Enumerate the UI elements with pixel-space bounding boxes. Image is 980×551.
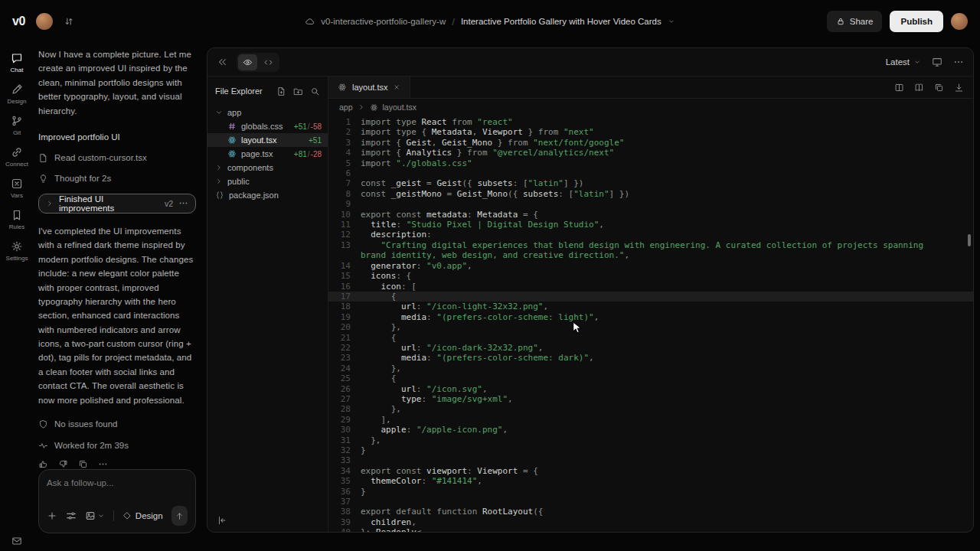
publish-button[interactable]: Publish xyxy=(890,11,943,32)
code-line-12[interactable]: 12 description: xyxy=(328,230,973,240)
code-line-13[interactable]: 13 "Crafting digital experiences that bl… xyxy=(328,240,973,261)
file-layout.tsx[interactable]: layout.tsx+51 xyxy=(207,133,328,147)
composer-settings-button[interactable] xyxy=(66,510,77,521)
code-line-4[interactable]: 4import { Analytics } from "@vercel/anal… xyxy=(328,148,973,158)
code-line-3[interactable]: 3import { Geist, Geist_Mono } from "next… xyxy=(328,138,973,148)
account-avatar[interactable] xyxy=(951,13,968,30)
rail-item-chat[interactable]: Chat xyxy=(0,51,34,75)
code-line-15[interactable]: 15 icons: { xyxy=(328,271,973,281)
code-line-14[interactable]: 14 generator: "v0.app", xyxy=(328,261,973,271)
code-area[interactable]: 1import type React from "react"2import t… xyxy=(328,116,973,532)
breadcrumb-file[interactable]: layout.tsx xyxy=(383,103,416,112)
issues-status[interactable]: No issues found xyxy=(38,413,196,435)
code-line-22[interactable]: 22 url: "/icon-dark-32x32.png", xyxy=(328,343,973,353)
code-line-26[interactable]: 26 url: "/icon.svg", xyxy=(328,384,973,394)
code-line-29[interactable]: 29 ], xyxy=(328,415,973,425)
search-files-button[interactable] xyxy=(310,86,320,96)
close-tab-button[interactable] xyxy=(393,83,400,91)
code-line-37[interactable]: 37 xyxy=(328,497,973,507)
code-line-16[interactable]: 16 icon: [ xyxy=(328,282,973,292)
ellipsis-icon[interactable] xyxy=(98,459,108,469)
code-line-7[interactable]: 7const _geist = Geist({ subsets: ["latin… xyxy=(328,178,973,188)
preview-toggle-button[interactable] xyxy=(238,54,257,70)
rail-item-connect[interactable]: Connect xyxy=(0,145,34,169)
code-line-32[interactable]: 32} xyxy=(328,445,973,455)
code-line-34[interactable]: 34export const viewport: Viewport = { xyxy=(328,466,973,476)
feedback-mail-button[interactable] xyxy=(11,536,22,546)
download-icon[interactable] xyxy=(954,83,964,93)
worked-status[interactable]: Worked for 2m 39s xyxy=(38,435,196,456)
code-line-19[interactable]: 19 media: "(prefers-color-scheme: light)… xyxy=(328,312,973,322)
folder-components[interactable]: components xyxy=(207,161,328,174)
rail-item-design[interactable]: Design xyxy=(0,82,34,106)
columns-icon[interactable] xyxy=(894,83,904,93)
code-line-23[interactable]: 23 media: "(prefers-color-scheme: dark)"… xyxy=(328,353,973,363)
code-line-11[interactable]: 11 title: "Studio Pixel | Digital Design… xyxy=(328,220,973,230)
code-line-40[interactable]: 40}: Readonly< xyxy=(328,527,973,532)
chat-step[interactable]: Thought for 2s xyxy=(38,168,196,189)
thumbs-up-icon[interactable] xyxy=(38,459,48,469)
task-menu-button[interactable] xyxy=(178,198,188,208)
code-line-30[interactable]: 30 apple: "/apple-icon.png", xyxy=(328,425,973,435)
code-line-1[interactable]: 1import type React from "react" xyxy=(328,117,973,127)
file-package.json[interactable]: package.json xyxy=(207,188,328,202)
code-line-6[interactable]: 6 xyxy=(328,168,973,178)
code-line-36[interactable]: 36} xyxy=(328,487,973,497)
share-button[interactable]: Share xyxy=(827,11,883,32)
rail-item-settings[interactable]: Settings xyxy=(0,239,34,263)
chat-step[interactable]: Read custom-cursor.tsx xyxy=(38,148,196,168)
breadcrumb-chat-title[interactable]: Interactive Portfolio Gallery with Hover… xyxy=(461,17,662,26)
chat-step[interactable]: Improved portfolio UI xyxy=(38,127,196,148)
follow-up-input[interactable]: Ask a follow-up... xyxy=(47,478,188,487)
version-selector[interactable]: Latest xyxy=(886,57,921,67)
code-line-28[interactable]: 28 }, xyxy=(328,404,973,414)
file-page.tsx[interactable]: page.tsx+81/-28 xyxy=(207,147,328,161)
code-line-35[interactable]: 35 themeColor: "#141414", xyxy=(328,476,973,486)
folder-public[interactable]: public xyxy=(207,174,328,188)
code-line-39[interactable]: 39 children, xyxy=(328,517,973,527)
code-line-33[interactable]: 33 xyxy=(328,455,973,465)
code-line-25[interactable]: 25 { xyxy=(328,373,973,383)
device-preview-button[interactable] xyxy=(932,57,942,67)
send-button[interactable] xyxy=(172,506,188,526)
copy-icon[interactable] xyxy=(78,459,88,469)
v0-logo[interactable]: v0 xyxy=(12,15,25,28)
breadcrumb-folder[interactable]: app xyxy=(339,103,353,112)
image-mode-button[interactable] xyxy=(85,510,105,521)
code-line-31[interactable]: 31 }, xyxy=(328,435,973,445)
code-line-21[interactable]: 21 { xyxy=(328,333,973,343)
editor-scrollbar[interactable] xyxy=(968,234,971,246)
rail-item-vars[interactable]: Vars xyxy=(0,176,34,201)
chevron-down-icon[interactable] xyxy=(668,18,675,25)
user-avatar[interactable] xyxy=(36,13,53,30)
code-line-27[interactable]: 27 type: "image/svg+xml", xyxy=(328,394,973,404)
rail-item-rules[interactable]: Rules xyxy=(0,207,34,232)
rail-item-git[interactable]: Git xyxy=(0,113,34,138)
code-line-10[interactable]: 10export const metadata: Metadata = { xyxy=(328,210,973,220)
code-line-8[interactable]: 8const _geistMono = Geist_Mono({ subsets… xyxy=(328,189,973,199)
code-line-38[interactable]: 38export default function RootLayout({ xyxy=(328,507,973,517)
code-line-5[interactable]: 5import "./globals.css" xyxy=(328,158,973,168)
chat-composer[interactable]: Ask a follow-up... Design xyxy=(38,469,196,533)
code-line-24[interactable]: 24 }, xyxy=(328,364,973,373)
code-line-9[interactable]: 9 xyxy=(328,199,973,209)
breadcrumb-project[interactable]: v0-interactive-portfolio-gallery-w xyxy=(321,17,446,26)
code-line-20[interactable]: 20 }, xyxy=(328,322,973,332)
collapse-explorer-button[interactable] xyxy=(217,515,227,526)
book-icon[interactable] xyxy=(914,83,924,93)
code-line-2[interactable]: 2import type { Metadata, Viewport } from… xyxy=(328,127,973,137)
panel-menu-button[interactable] xyxy=(953,57,964,67)
file-globals.css[interactable]: globals.css+51/-58 xyxy=(207,119,328,133)
collapse-chat-button[interactable] xyxy=(217,57,227,67)
add-attachment-button[interactable] xyxy=(47,510,57,521)
thumbs-down-icon[interactable] xyxy=(58,459,68,469)
code-line-17[interactable]: 17 { xyxy=(328,292,973,302)
tab-layout-tsx[interactable]: layout.tsx xyxy=(328,77,410,98)
finished-task-card[interactable]: Finished UI improvements v2 xyxy=(38,194,196,214)
code-toggle-button[interactable] xyxy=(259,54,278,70)
folder-app[interactable]: app xyxy=(207,106,328,119)
design-mode-button[interactable]: Design xyxy=(122,511,163,520)
sync-icon[interactable] xyxy=(64,16,74,27)
new-file-button[interactable] xyxy=(276,86,286,96)
new-folder-button[interactable] xyxy=(293,86,303,96)
